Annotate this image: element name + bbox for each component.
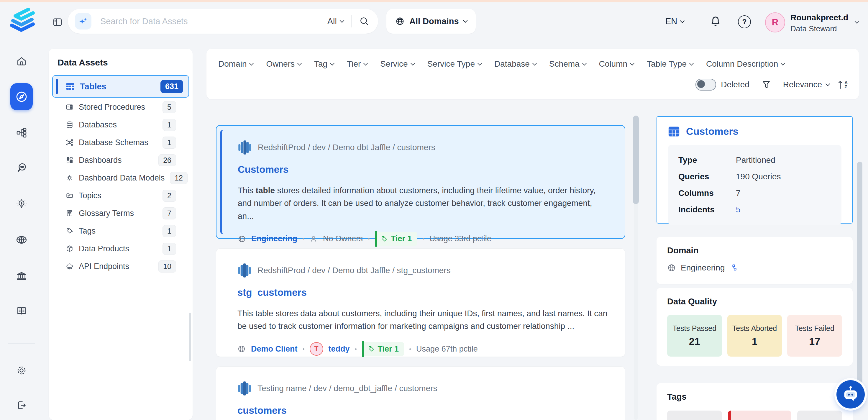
nav-explore[interactable]: [10, 83, 33, 110]
table-icon: [668, 126, 680, 137]
nav-logout[interactable]: [16, 399, 27, 411]
asset-type-api-endpoints[interactable]: API Endpoints 10: [49, 258, 193, 275]
filter-database[interactable]: Database: [494, 59, 536, 69]
filter-column-description[interactable]: Column Description: [706, 59, 784, 69]
tag-accent-bar: [728, 411, 731, 420]
tag-chip[interactable]: [667, 411, 722, 420]
language-selector[interactable]: EN: [665, 17, 684, 26]
sort-field-select[interactable]: Relevance: [783, 80, 829, 89]
sidebar-collapse-button[interactable]: [52, 17, 63, 28]
lineage-link-icon[interactable]: [730, 264, 737, 272]
filter-column[interactable]: Column: [599, 59, 634, 69]
separator-dot: [303, 238, 304, 239]
asset-count-badge: 2: [162, 190, 176, 202]
selected-card-accent: [220, 130, 227, 234]
breadcrumb[interactable]: RedshiftProd / dev / Demo dbt Jaffle / s…: [257, 266, 451, 275]
result-title-link[interactable]: Customers: [238, 164, 288, 175]
filter-service[interactable]: Service: [380, 59, 414, 69]
asset-count-badge: 1: [162, 137, 176, 149]
chevron-down-icon: [582, 61, 587, 66]
user-menu-chevron-icon[interactable]: [855, 19, 860, 24]
result-usage: Usage 67th pctile: [416, 344, 478, 354]
redshift-service-icon: [238, 380, 252, 397]
search-submit-button[interactable]: [359, 16, 369, 26]
chevron-down-icon: [297, 61, 302, 66]
stat-value: 190 Queries: [736, 172, 831, 181]
asset-type-label: API Endpoints: [79, 262, 129, 271]
asset-type-dashboard-data-models[interactable]: Dashboard Data Models 12: [49, 169, 193, 187]
advanced-filter-button[interactable]: [761, 80, 771, 90]
assets-panel-scrollbar[interactable]: [189, 313, 191, 361]
filter-domain[interactable]: Domain: [218, 59, 253, 69]
deleted-toggle[interactable]: [695, 79, 716, 91]
breadcrumb[interactable]: Testing name / dev / demo_dbt_jaffle / c…: [257, 384, 437, 393]
user-avatar[interactable]: R: [765, 12, 785, 32]
nav-lineage[interactable]: [16, 127, 27, 139]
nav-glossary[interactable]: [16, 305, 27, 317]
asset-type-data-products[interactable]: Data Products 1: [49, 240, 193, 258]
nav-observability[interactable]: [16, 162, 27, 174]
preview-domain-card: Domain Engineering: [656, 237, 852, 284]
tests-aborted-chip[interactable]: Tests Aborted 1: [727, 315, 782, 357]
nav-insights[interactable]: [16, 198, 27, 210]
tag-chip[interactable]: [797, 411, 842, 420]
domain-selector[interactable]: All Domains: [386, 9, 476, 34]
preview-title-link[interactable]: Customers: [686, 126, 739, 137]
filter-service-type[interactable]: Service Type: [427, 59, 481, 69]
result-domain-link[interactable]: Engineering: [251, 234, 297, 243]
nav-home[interactable]: [16, 55, 27, 67]
asset-type-label: Database Schemas: [79, 138, 148, 147]
asset-type-databases[interactable]: Databases 1: [49, 116, 193, 133]
arrow-up-icon: [837, 80, 843, 90]
tier-badge[interactable]: Tier 1: [375, 232, 417, 246]
result-card-customers-2[interactable]: Testing name / dev / demo_dbt_jaffle / c…: [216, 366, 625, 420]
asset-type-tags[interactable]: Tags 1: [49, 222, 193, 240]
filter-table-type[interactable]: Table Type: [647, 59, 693, 69]
domain-value: Engineering: [681, 263, 725, 272]
asset-count-badge: 7: [162, 207, 176, 219]
chat-assistant-button[interactable]: [836, 380, 865, 409]
tests-passed-chip[interactable]: Tests Passed 21: [667, 315, 722, 357]
asset-type-database-schemas[interactable]: Database Schemas 1: [49, 133, 193, 151]
result-title-link[interactable]: customers: [238, 405, 287, 416]
filter-tier[interactable]: Tier: [347, 59, 367, 69]
filter-dropdown-row: Domain Owners Tag Tier Service Service T…: [207, 49, 859, 69]
tag-chip[interactable]: [728, 411, 791, 420]
asset-count-badge: 631: [160, 80, 183, 93]
ai-search-button[interactable]: [75, 13, 91, 30]
tier-badge[interactable]: Tier 1: [362, 342, 404, 356]
asset-type-glossary-terms[interactable]: Glossary Terms 7: [49, 204, 193, 222]
result-title-link[interactable]: stg_customers: [238, 287, 307, 298]
tests-failed-chip[interactable]: Tests Failed 17: [787, 315, 842, 357]
help-button[interactable]: ?: [738, 16, 751, 28]
result-description: This table stores data about customers, …: [238, 307, 609, 333]
search-scope-select[interactable]: All: [328, 17, 344, 26]
result-owner-link[interactable]: teddy: [329, 344, 350, 354]
app-logo[interactable]: [7, 6, 36, 33]
asset-type-dashboards[interactable]: Dashboards 26: [49, 151, 193, 169]
user-menu[interactable]: Rounakpreet.d Data Steward: [790, 13, 848, 33]
incidents-count-link[interactable]: 5: [736, 205, 831, 214]
results-scrollbar[interactable]: [633, 116, 639, 204]
breadcrumb[interactable]: RedshiftProd / dev / Demo dbt Jaffle / c…: [258, 143, 435, 152]
filter-label: Service Type: [427, 59, 475, 69]
nav-settings[interactable]: [16, 365, 27, 376]
nav-govern[interactable]: [16, 270, 27, 282]
result-domain-link[interactable]: Demo Client: [251, 344, 298, 354]
asset-type-tables[interactable]: Tables 631: [52, 75, 189, 98]
bank-icon: [16, 270, 27, 282]
search-input[interactable]: [100, 16, 328, 27]
result-card-stg-customers[interactable]: RedshiftProd / dev / Demo dbt Jaffle / s…: [216, 248, 625, 357]
asset-count-badge: 26: [158, 154, 176, 167]
result-card-customers[interactable]: RedshiftProd / dev / Demo dbt Jaffle / c…: [216, 125, 625, 239]
filter-owners[interactable]: Owners: [266, 59, 301, 69]
chevron-down-icon: [330, 61, 335, 66]
asset-type-topics[interactable]: Topics 2: [49, 187, 193, 204]
page-scrollbar[interactable]: [857, 162, 862, 393]
filter-schema[interactable]: Schema: [549, 59, 586, 69]
notifications-button[interactable]: [709, 15, 722, 28]
filter-tag[interactable]: Tag: [314, 59, 334, 69]
asset-type-stored-procedures[interactable]: Stored Procedures 5: [49, 98, 193, 116]
sort-direction-button[interactable]: AZ: [837, 80, 848, 90]
nav-domains[interactable]: [16, 234, 27, 246]
